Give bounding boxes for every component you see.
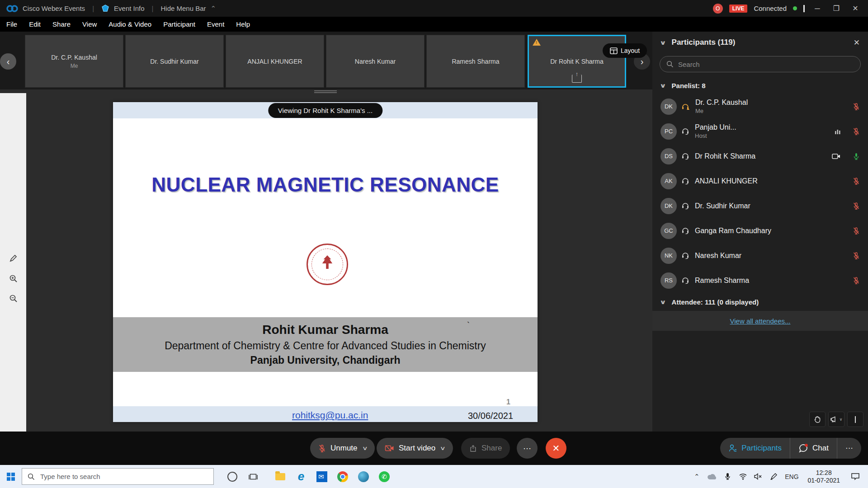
cortana-button[interactable]: [222, 465, 243, 488]
leave-meeting-button[interactable]: ✕: [546, 438, 566, 459]
clock[interactable]: 12:28 01-07-2021: [803, 469, 844, 484]
participant-row[interactable]: AK ANJALI KHUNGER: [652, 169, 868, 193]
participants-toggle-button[interactable]: Participants: [720, 438, 790, 459]
layout-button[interactable]: Layout: [603, 43, 647, 58]
attendee-section-header[interactable]: ∨ Attendee: 111 (0 displayed): [652, 293, 868, 311]
meeting-control-bar: Unmute ∨ Start video ∨ Share ··· ✕ Parti…: [0, 432, 868, 465]
slide-date: 30/06/2021: [468, 411, 513, 421]
email-link[interactable]: rohitksg@pu.ac.in: [292, 410, 368, 421]
video-tile-naresh[interactable]: Naresh Kumar: [326, 35, 425, 88]
menu-view[interactable]: View: [82, 20, 97, 28]
start-button[interactable]: [0, 465, 22, 488]
menu-edit[interactable]: Edit: [29, 20, 41, 28]
wifi-icon[interactable]: [736, 465, 750, 488]
tile-name: Dr. Sudhir Kumar: [150, 58, 198, 65]
participant-role: Me: [695, 108, 748, 114]
slide-page-number: 1: [506, 398, 510, 406]
annotate-pen-button[interactable]: [6, 251, 20, 266]
participants-search-input[interactable]: Search: [660, 56, 861, 72]
minimize-button[interactable]: ─: [811, 5, 824, 13]
video-tile-kaushal[interactable]: Dr. C.P. Kaushal Me: [25, 35, 123, 88]
headset-warning-icon: [681, 103, 690, 111]
more-options-button[interactable]: ···: [517, 438, 538, 459]
panelist-count: Panelist: 8: [672, 82, 706, 89]
hide-menu-bar-button[interactable]: Hide Menu Bar: [160, 5, 206, 12]
webex-app-button[interactable]: [353, 465, 374, 488]
event-info-button[interactable]: Event Info: [114, 5, 145, 12]
participant-row[interactable]: NK Naresh Kumar: [652, 243, 868, 268]
participant-row[interactable]: RS Ramesh Sharma: [652, 268, 868, 293]
participants-icon: [728, 444, 737, 453]
announce-button[interactable]: ∨: [828, 412, 844, 427]
task-view-button[interactable]: [243, 465, 264, 488]
video-tile-sudhir[interactable]: Dr. Sudhir Kumar: [125, 35, 224, 88]
menu-audio-video[interactable]: Audio & Video: [108, 20, 151, 28]
start-video-button[interactable]: Start video ∨: [377, 438, 453, 459]
event-info-shield-icon: [101, 5, 109, 13]
avatar: PC: [660, 123, 677, 140]
tray-expand-button[interactable]: ⌃: [690, 465, 703, 488]
participant-row[interactable]: GC Ganga Ram Chaudhary: [652, 218, 868, 243]
participant-row[interactable]: PC Panjab Uni... Host: [652, 119, 868, 144]
taskbar-search-input[interactable]: Type here to search: [22, 468, 214, 485]
menu-event[interactable]: Event: [207, 20, 224, 28]
chevron-down-icon: ∨: [660, 299, 666, 305]
language-indicator[interactable]: ENG: [782, 465, 801, 488]
chat-toggle-button[interactable]: Chat: [790, 438, 837, 459]
headset-icon: [681, 252, 689, 259]
file-explorer-button[interactable]: [270, 465, 291, 488]
participant-row[interactable]: DK Dr. C.P. Kaushal Me: [652, 94, 868, 119]
tile-name: ANJALI KHUNGER: [247, 58, 302, 65]
headset-icon: [681, 152, 689, 160]
action-center-button[interactable]: [846, 465, 864, 488]
participant-name: Ganga Ram Chaudhary: [695, 227, 771, 235]
webex-app-icon: [358, 471, 369, 482]
participant-name: Naresh Kumar: [695, 252, 741, 260]
folder-icon: [275, 473, 285, 480]
participant-name: Ramesh Sharma: [695, 277, 749, 285]
menu-share[interactable]: Share: [52, 20, 71, 28]
more-panels-button[interactable]: ···: [837, 438, 861, 459]
microphone-tray-icon[interactable]: [721, 465, 734, 488]
volume-muted-icon[interactable]: [751, 465, 765, 488]
menu-file[interactable]: File: [6, 20, 17, 28]
share-label: Share: [481, 444, 502, 453]
share-icon: [469, 445, 477, 452]
participant-name: Dr. Sudhir Kumar: [695, 202, 750, 210]
video-tile-rohit-active[interactable]: Dr Rohit K Sharma: [528, 35, 626, 88]
view-all-attendees-link[interactable]: View all attendees...: [730, 317, 791, 325]
chat-icon: [798, 444, 808, 453]
close-button[interactable]: ✕: [849, 4, 862, 13]
panel-close-icon[interactable]: ✕: [854, 38, 860, 47]
unmute-button[interactable]: Unmute ∨: [310, 438, 375, 459]
clock-time: 12:28: [807, 469, 840, 477]
pen-ink-icon[interactable]: [767, 465, 780, 488]
video-tile-anjali[interactable]: ANJALI KHUNGER: [226, 35, 324, 88]
filmstrip-resize-handle[interactable]: [314, 90, 337, 93]
panel-collapse-chevron-icon[interactable]: ∨: [660, 39, 666, 46]
participant-row[interactable]: DK Dr. Sudhir Kumar: [652, 193, 868, 218]
panel-more-button[interactable]: [847, 412, 863, 427]
menu-participant[interactable]: Participant: [163, 20, 195, 28]
zoom-out-button[interactable]: [6, 291, 20, 305]
restore-button[interactable]: ❐: [830, 4, 843, 13]
panelist-section-header[interactable]: ∨ Panelist: 8: [652, 77, 868, 94]
filmstrip-prev-button[interactable]: ‹: [0, 53, 16, 70]
chat-label: Chat: [812, 444, 829, 453]
video-tile-ramesh[interactable]: Ramesh Sharma: [426, 35, 525, 88]
edge-button[interactable]: e: [291, 465, 311, 488]
participant-row[interactable]: DS Dr Rohit K Sharma: [652, 144, 868, 169]
chevron-down-icon[interactable]: ∨: [440, 445, 446, 451]
mail-icon: [316, 471, 327, 482]
share-button-disabled[interactable]: Share: [461, 438, 510, 459]
chevron-down-icon[interactable]: ∨: [362, 445, 368, 451]
whatsapp-button[interactable]: ✆: [374, 465, 395, 488]
zoom-in-button[interactable]: [6, 271, 20, 286]
mail-button[interactable]: [311, 465, 332, 488]
raise-hand-button[interactable]: [809, 412, 826, 427]
menu-help[interactable]: Help: [236, 20, 250, 28]
onedrive-icon[interactable]: [705, 465, 719, 488]
participants-label: Participants: [741, 444, 782, 453]
chrome-button[interactable]: [332, 465, 353, 488]
mic-muted-icon: [853, 252, 860, 260]
